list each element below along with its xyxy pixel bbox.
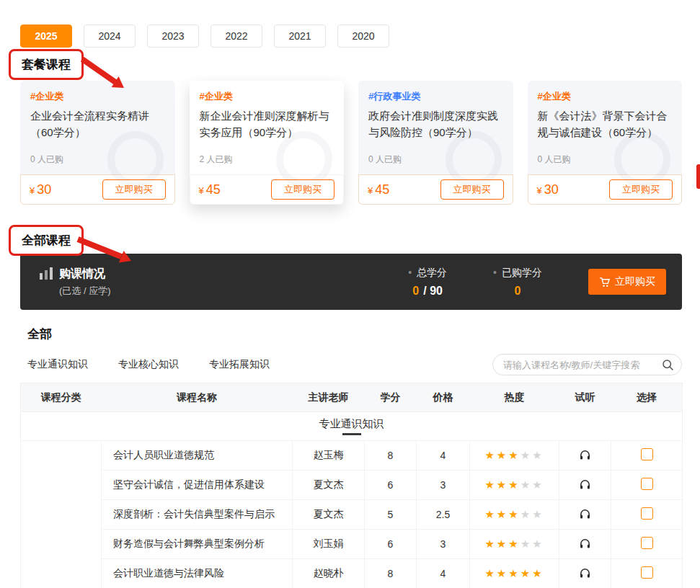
- course-purchase-page: 2025 2024 2023 2022 2021 2020 套餐课程 全部课程 …: [0, 0, 700, 588]
- currency-symbol: ¥: [199, 185, 204, 196]
- card-price: ¥45: [199, 182, 221, 197]
- header-teacher: 主讲老师: [293, 383, 365, 412]
- package-card: #企业类 新企业会计准则深度解析与实务应用（90学分） 2 人已购 ¥45 立即…: [190, 81, 345, 205]
- card-price-strip: ¥30 立即购买: [528, 174, 683, 205]
- headphone-icon[interactable]: [579, 537, 591, 549]
- price-cell: 4: [417, 559, 470, 588]
- year-tab-2023[interactable]: 2023: [147, 24, 199, 48]
- purchased-credits-value: 0: [493, 285, 542, 298]
- package-card: #企业类 新《会计法》背景下会计合规与诚信建设（60学分） 0 人已购 ¥30 …: [528, 81, 683, 205]
- buy-now-button[interactable]: 立即购买: [102, 179, 166, 200]
- package-card-body: #企业类 企业会计全流程实务精讲（60学分） 0 人已购: [20, 81, 175, 174]
- header-select: 选择: [611, 383, 683, 412]
- headphone-icon[interactable]: [579, 566, 591, 579]
- card-price-strip: ¥30 立即购买: [20, 174, 175, 205]
- red-arrow-icon: [75, 232, 137, 267]
- category-cell: 会计职业道德: [21, 441, 102, 588]
- popularity-cell: ★★★★★: [470, 441, 559, 471]
- group-title: 专业通识知识: [319, 417, 384, 435]
- credits-cell: 8: [365, 441, 417, 471]
- price-cell: 3: [417, 471, 470, 500]
- header-credits: 学分: [365, 383, 417, 412]
- credits-cell: 6: [365, 530, 417, 559]
- select-checkbox[interactable]: [641, 566, 653, 579]
- tab-extended-knowledge[interactable]: 专业拓展知识: [209, 358, 270, 371]
- table-row: 坚守会计诚信，促进信用体系建设 夏文杰 6 3 ★★★★★: [21, 471, 683, 500]
- year-tab-2020[interactable]: 2020: [337, 24, 389, 48]
- package-card-body: #行政事业类 政府会计准则制度深度实践与风险防控（90学分） 0 人已购: [358, 81, 513, 174]
- buy-now-button[interactable]: 立即购买: [440, 179, 504, 200]
- total-credits-value: 0/ 90: [408, 285, 447, 298]
- package-card: #行政事业类 政府会计准则制度深度实践与风险防控（90学分） 0 人已购 ¥45…: [358, 81, 513, 205]
- popularity-cell: ★★★★★: [470, 471, 559, 500]
- card-price-strip: ¥45 立即购买: [190, 174, 345, 205]
- package-card-body: #企业类 新企业会计准则深度解析与实务应用（90学分） 2 人已购: [190, 81, 345, 174]
- select-checkbox[interactable]: [641, 507, 653, 520]
- package-card-body: #企业类 新《会计法》背景下会计合规与诚信建设（60学分） 0 人已购: [528, 81, 683, 174]
- currency-symbol: ¥: [368, 185, 373, 196]
- card-buyers: 2 人已购: [200, 148, 335, 170]
- all-courses-annotation: 全部课程: [9, 225, 84, 256]
- year-tab-2025[interactable]: 2025: [20, 24, 72, 48]
- package-card: #企业类 企业会计全流程实务精讲（60学分） 0 人已购 ¥30 立即购买: [20, 81, 175, 205]
- select-checkbox[interactable]: [641, 478, 653, 490]
- price-cell: 4: [417, 441, 470, 471]
- package-cards-row: #企业类 企业会计全流程实务精讲（60学分） 0 人已购 ¥30 立即购买 #企…: [20, 81, 682, 205]
- table-header-row: 课程分类 课程名称 主讲老师 学分 价格 热度 试听 选择: [21, 383, 683, 412]
- course-table: 课程分类 课程名称 主讲老师 学分 价格 热度 试听 选择 专业通识知识 会计职…: [20, 383, 683, 588]
- popularity-cell: ★★★★★: [470, 530, 559, 559]
- course-search-box: [492, 354, 682, 375]
- header-price: 价格: [417, 383, 470, 412]
- search-icon[interactable]: [662, 359, 674, 371]
- purchase-status-block: 购课情况 (已选 / 应学): [39, 267, 111, 298]
- table-row: 会计职业道德 会计人员职业道德规范 赵玉梅 8 4 ★★★★★: [21, 441, 683, 471]
- headphone-icon[interactable]: [579, 478, 591, 490]
- year-tab-bar: 2025 2024 2023 2022 2021 2020: [0, 0, 700, 48]
- popularity-cell: ★★★★★: [470, 559, 559, 588]
- purchase-status-subtitle: (已选 / 应学): [59, 285, 111, 298]
- price-cell: 2.5: [417, 500, 470, 530]
- card-price: ¥30: [30, 182, 51, 197]
- catalog-controls: 专业通识知识 专业核心知识 专业拓展知识: [27, 354, 682, 375]
- headphone-icon[interactable]: [579, 448, 591, 460]
- headphone-icon[interactable]: [579, 507, 591, 520]
- teacher-cell: 赵晓朴: [293, 559, 365, 588]
- knowledge-tab-bar: 专业通识知识 专业核心知识 专业拓展知识: [27, 358, 270, 371]
- select-checkbox[interactable]: [641, 448, 653, 460]
- course-name-cell: 财务造假与会计舞弊典型案例分析: [102, 530, 293, 559]
- purchased-credits-label: 已购学分: [493, 267, 542, 280]
- year-tab-2022[interactable]: 2022: [211, 24, 262, 48]
- tab-core-knowledge[interactable]: 专业核心知识: [118, 358, 179, 371]
- buy-now-button[interactable]: 立即购买: [609, 179, 673, 200]
- buy-now-button[interactable]: 立即购买: [271, 179, 335, 200]
- header-audition: 试听: [559, 383, 611, 412]
- card-price-strip: ¥45 立即购买: [358, 174, 513, 205]
- course-name-cell: 会计人员职业道德规范: [102, 441, 293, 471]
- year-tab-2024[interactable]: 2024: [84, 24, 136, 48]
- bar-chart-icon: [39, 267, 53, 280]
- credits-cell: 8: [365, 559, 417, 588]
- purchase-status-title: 购课情况: [59, 267, 105, 282]
- package-courses-annotation: 套餐课程: [9, 49, 84, 80]
- select-checkbox[interactable]: [641, 537, 653, 549]
- currency-symbol: ¥: [30, 185, 35, 196]
- card-price: ¥30: [537, 182, 559, 197]
- header-popularity: 热度: [470, 383, 559, 412]
- card-tag: #企业类: [538, 90, 673, 103]
- card-price: ¥45: [368, 182, 389, 197]
- purchased-credits-stat: 已购学分 0: [493, 267, 542, 298]
- card-title: 新企业会计准则深度解析与实务应用（90学分）: [200, 108, 335, 141]
- course-name-cell: 会计职业道德与法律风险: [102, 559, 293, 588]
- cart-icon: [599, 277, 610, 288]
- teacher-cell: 夏文杰: [293, 500, 365, 530]
- year-tab-2021[interactable]: 2021: [274, 24, 326, 48]
- search-input[interactable]: [503, 360, 662, 370]
- card-tag: #企业类: [200, 90, 335, 103]
- card-title: 企业会计全流程实务精讲（60学分）: [30, 108, 165, 141]
- credits-cell: 5: [365, 500, 417, 530]
- tab-general-knowledge[interactable]: 专业通识知识: [27, 358, 88, 371]
- buy-now-button[interactable]: 立即购买: [588, 269, 666, 295]
- total-credits-stat: 总学分 0/ 90: [408, 267, 447, 298]
- course-name-cell: 深度剖析：会计失信典型案件与启示: [102, 500, 293, 530]
- table-row: 财务造假与会计舞弊典型案例分析 刘玉娟 6 3 ★★★★★: [21, 530, 683, 559]
